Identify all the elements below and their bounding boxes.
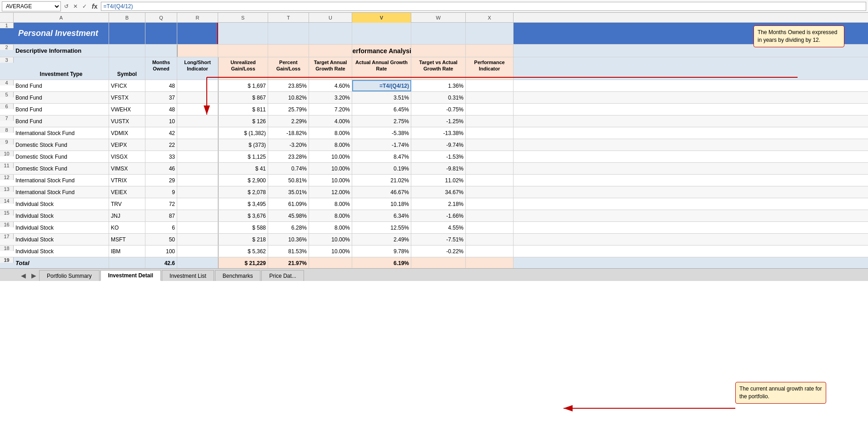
cell-T4[interactable]: 23.85%: [268, 80, 309, 91]
cell-W16[interactable]: 4.55%: [411, 222, 466, 233]
cell-Q11[interactable]: 46: [145, 163, 177, 174]
cell-S4[interactable]: $ 1,697: [218, 80, 268, 91]
cell-T8[interactable]: -18.82%: [268, 127, 309, 139]
cell-A9[interactable]: Domestic Stock Fund: [14, 139, 109, 150]
cell-Q9[interactable]: 22: [145, 139, 177, 150]
cell-A12[interactable]: International Stock Fund: [14, 175, 109, 186]
cell-Q18[interactable]: 100: [145, 246, 177, 257]
cell-W14[interactable]: 2.18%: [411, 198, 466, 210]
cell-B5[interactable]: VFSTX: [109, 92, 145, 103]
cell-U18[interactable]: 10.00%: [309, 246, 352, 257]
cell-R8[interactable]: [177, 127, 218, 139]
cell-S9[interactable]: $ (373): [218, 139, 268, 150]
cell-Q14[interactable]: 72: [145, 198, 177, 210]
cell-B10[interactable]: VISGX: [109, 151, 145, 162]
cell-T6[interactable]: 25.79%: [268, 104, 309, 115]
cell-U17[interactable]: 10.00%: [309, 234, 352, 245]
cell-U11[interactable]: 10.00%: [309, 163, 352, 174]
cell-B6[interactable]: VWEHX: [109, 104, 145, 115]
cell-X15[interactable]: [466, 210, 514, 221]
cell-X12[interactable]: [466, 175, 514, 186]
cell-W10[interactable]: -1.53%: [411, 151, 466, 162]
cell-R9[interactable]: [177, 139, 218, 150]
cell-V14[interactable]: 10.18%: [352, 198, 411, 210]
cell-T12[interactable]: 50.81%: [268, 175, 309, 186]
cell-A13[interactable]: International Stock Fund: [14, 186, 109, 198]
col-header-T[interactable]: T: [268, 13, 309, 23]
cell-R10[interactable]: [177, 151, 218, 162]
cell-Q5[interactable]: 37: [145, 92, 177, 103]
undo-icon[interactable]: ↺: [63, 3, 70, 10]
cell-S13[interactable]: $ 2,078: [218, 186, 268, 198]
cell-Q17[interactable]: 50: [145, 234, 177, 245]
cell-T7[interactable]: 2.29%: [268, 115, 309, 127]
cell-X14[interactable]: [466, 198, 514, 210]
cell-U7[interactable]: 4.00%: [309, 115, 352, 127]
cell-V9[interactable]: -1.74%: [352, 139, 411, 150]
cell-B8[interactable]: VDMIX: [109, 127, 145, 139]
cell-W12[interactable]: 11.02%: [411, 175, 466, 186]
confirm-icon[interactable]: ✓: [81, 3, 88, 10]
cell-U8[interactable]: 8.00%: [309, 127, 352, 139]
tab-investment-list[interactable]: Investment List: [162, 270, 214, 281]
cell-X7[interactable]: [466, 115, 514, 127]
cell-Q6[interactable]: 48: [145, 104, 177, 115]
cell-W11[interactable]: -9.81%: [411, 163, 466, 174]
cell-T15[interactable]: 45.98%: [268, 210, 309, 221]
cell-V7[interactable]: 2.75%: [352, 115, 411, 127]
cell-B12[interactable]: VTRIX: [109, 175, 145, 186]
cell-A17[interactable]: Individual Stock: [14, 234, 109, 245]
cell-S6[interactable]: $ 811: [218, 104, 268, 115]
cell-V18[interactable]: 9.78%: [352, 246, 411, 257]
cell-S15[interactable]: $ 3,676: [218, 210, 268, 221]
cell-W8[interactable]: -13.38%: [411, 127, 466, 139]
cell-V12[interactable]: 21.02%: [352, 175, 411, 186]
cell-R6[interactable]: [177, 104, 218, 115]
cell-W7[interactable]: -1.25%: [411, 115, 466, 127]
cell-R13[interactable]: [177, 186, 218, 198]
cell-R7[interactable]: [177, 115, 218, 127]
cell-T13[interactable]: 35.01%: [268, 186, 309, 198]
cell-W4[interactable]: 1.36%: [411, 80, 466, 91]
cell-A5[interactable]: Bond Fund: [14, 92, 109, 103]
cell-Q15[interactable]: 87: [145, 210, 177, 221]
cell-X18[interactable]: [466, 246, 514, 257]
cell-U4[interactable]: 4.60%: [309, 80, 352, 91]
cell-A18[interactable]: Individual Stock: [14, 246, 109, 257]
cell-R17[interactable]: [177, 234, 218, 245]
cell-Q12[interactable]: 29: [145, 175, 177, 186]
cell-T18[interactable]: 81.53%: [268, 246, 309, 257]
cell-T9[interactable]: -3.20%: [268, 139, 309, 150]
cell-X4[interactable]: [466, 80, 514, 91]
cell-U16[interactable]: 8.00%: [309, 222, 352, 233]
cell-B18[interactable]: IBM: [109, 246, 145, 257]
cell-T17[interactable]: 10.36%: [268, 234, 309, 245]
col-header-V[interactable]: V: [352, 13, 411, 23]
cell-W13[interactable]: 34.67%: [411, 186, 466, 198]
cell-V5[interactable]: 3.51%: [352, 92, 411, 103]
cell-Q13[interactable]: 9: [145, 186, 177, 198]
cell-Q8[interactable]: 42: [145, 127, 177, 139]
cell-X17[interactable]: [466, 234, 514, 245]
cell-U12[interactable]: 10.00%: [309, 175, 352, 186]
cell-U14[interactable]: 8.00%: [309, 198, 352, 210]
cell-A8[interactable]: International Stock Fund: [14, 127, 109, 139]
cell-W6[interactable]: -0.75%: [411, 104, 466, 115]
cell-R16[interactable]: [177, 222, 218, 233]
cell-B9[interactable]: VEIPX: [109, 139, 145, 150]
cell-U6[interactable]: 7.20%: [309, 104, 352, 115]
cell-A7[interactable]: Bond Fund: [14, 115, 109, 127]
cell-U10[interactable]: 10.00%: [309, 151, 352, 162]
cell-X10[interactable]: [466, 151, 514, 162]
cell-R15[interactable]: [177, 210, 218, 221]
cell-S16[interactable]: $ 588: [218, 222, 268, 233]
cell-B15[interactable]: JNJ: [109, 210, 145, 221]
cell-R5[interactable]: [177, 92, 218, 103]
cell-V15[interactable]: 6.34%: [352, 210, 411, 221]
cell-S12[interactable]: $ 2,900: [218, 175, 268, 186]
cell-T5[interactable]: 10.82%: [268, 92, 309, 103]
cell-B11[interactable]: VIMSX: [109, 163, 145, 174]
cancel-icon[interactable]: ✕: [72, 3, 79, 10]
tab-price-data[interactable]: Price Dat...: [261, 270, 304, 281]
cell-V11[interactable]: 0.19%: [352, 163, 411, 174]
